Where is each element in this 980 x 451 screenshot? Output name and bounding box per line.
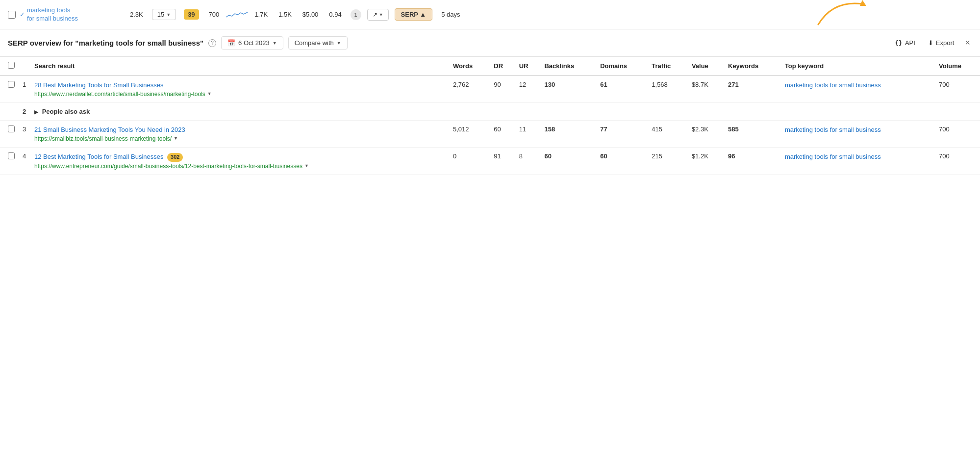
keywords-cell[interactable]: 585 — [724, 121, 781, 148]
col-traffic: Traffic — [648, 57, 688, 75]
result-num: 3 — [19, 121, 30, 148]
api-label: API — [905, 39, 915, 47]
position-box[interactable]: 15 ▼ — [152, 9, 176, 20]
row-select-checkbox[interactable] — [8, 11, 16, 19]
position-caret: ▼ — [166, 12, 171, 17]
volume-cell: 700 — [935, 148, 980, 175]
export-icon: ⬇ — [928, 39, 933, 47]
volume-cell: 700 — [935, 75, 980, 103]
domains-cell[interactable]: 77 — [596, 121, 648, 148]
traffic-cell: 1,568 — [648, 75, 688, 103]
dr-cell: 91 — [490, 148, 515, 175]
result-url[interactable]: https://www.entrepreneur.com/guide/small… — [34, 163, 302, 170]
serp-button-label: SERP ▲ — [401, 11, 427, 18]
paa-num: 2 — [19, 103, 30, 121]
badge: 302 — [167, 153, 183, 161]
url-expand-caret[interactable]: ▼ — [207, 91, 212, 96]
row-checkbox-cell[interactable] — [0, 75, 19, 103]
result-title-link[interactable]: 12 Best Marketing Tools for Small Busine… — [34, 152, 445, 161]
serp-overview-header: SERP overview for "marketing tools for s… — [0, 29, 980, 57]
close-button[interactable]: × — [963, 38, 972, 48]
row-checkbox[interactable] — [8, 152, 15, 159]
top-keyword-link[interactable]: marketing tools for small business — [785, 81, 931, 90]
backlinks-cell[interactable]: 60 — [540, 148, 596, 175]
col-num — [19, 57, 30, 75]
col-checkbox — [0, 57, 19, 75]
date-picker-button[interactable]: 📅 6 Oct 2023 ▼ — [221, 36, 283, 50]
url-expand-caret[interactable]: ▼ — [304, 163, 309, 168]
top-bar-stats: 2.3K 15 ▼ 39 700 1.7K 1.5K $5.00 0.94 1 … — [125, 8, 972, 21]
result-info: 12 Best Marketing Tools for Small Busine… — [30, 148, 449, 175]
traffic1-stat: 1.7K — [254, 11, 268, 18]
top-keyword-cell: marketing tools for small business — [781, 121, 935, 148]
top-keyword-link[interactable]: marketing tools for small business — [785, 125, 931, 134]
export-label: Export — [936, 39, 955, 47]
keyword-label: marketing tools for small business — [27, 6, 125, 23]
result-url[interactable]: https://www.nerdwallet.com/article/small… — [34, 91, 205, 98]
paa-expand-icon[interactable]: ▶ — [34, 109, 38, 115]
date-label: 6 Oct 2023 — [238, 39, 270, 47]
traffic2-stat: 1.5K — [278, 11, 292, 18]
keywords-cell[interactable]: 96 — [724, 148, 781, 175]
table-row: 1 28 Best Marketing Tools for Small Busi… — [0, 75, 980, 103]
table-row: 4 12 Best Marketing Tools for Small Busi… — [0, 148, 980, 175]
table-row: 3 21 Small Business Marketing Tools You … — [0, 121, 980, 148]
backlinks-cell[interactable]: 130 — [540, 75, 596, 103]
kd-volume-stat: 700 — [209, 11, 220, 18]
circle-badge: 1 — [351, 9, 361, 20]
compare-button[interactable]: Compare with ▼ — [288, 36, 348, 50]
words-cell: 5,012 — [449, 121, 490, 148]
serp-results-table: Search result Words DR UR Backlinks Doma… — [0, 57, 980, 175]
table-row: 2 ▶ People also ask — [0, 103, 980, 121]
ur-cell: 11 — [515, 121, 541, 148]
traffic-cell: 215 — [648, 148, 688, 175]
close-icon: × — [965, 38, 970, 48]
compare-caret: ▼ — [337, 41, 341, 46]
traffic-cell: 415 — [648, 121, 688, 148]
trend-up-icon: ↗ — [373, 11, 377, 18]
api-button[interactable]: {} API — [891, 37, 919, 49]
keywords-cell[interactable]: 271 — [724, 75, 781, 103]
row-checkbox[interactable] — [8, 125, 15, 132]
col-keywords: Keywords — [724, 57, 781, 75]
serp-overview-title: SERP overview for "marketing tools for s… — [8, 39, 203, 47]
result-url[interactable]: https://smallbiz.tools/small-business-ma… — [34, 135, 172, 142]
export-button[interactable]: ⬇ Export — [924, 37, 958, 49]
result-info: 28 Best Marketing Tools for Small Busine… — [30, 75, 449, 103]
select-all-checkbox[interactable] — [8, 62, 15, 69]
col-words: Words — [449, 57, 490, 75]
help-icon[interactable]: ? — [208, 39, 216, 47]
serp-title-prefix: SERP overview for — [8, 39, 73, 47]
col-volume: Volume — [935, 57, 980, 75]
result-title-link[interactable]: 28 Best Marketing Tools for Small Busine… — [34, 81, 445, 90]
top-keyword-cell: marketing tools for small business — [781, 148, 935, 175]
serp-title-keyword: "marketing tools for small business" — [75, 39, 203, 47]
cpc-stat: $5.00 — [302, 11, 319, 18]
api-braces-icon: {} — [895, 39, 903, 47]
value-cell: $1.2K — [688, 148, 724, 175]
backlinks-cell[interactable]: 158 — [540, 121, 596, 148]
dr-cell: 60 — [490, 121, 515, 148]
compare-label: Compare with — [295, 39, 334, 47]
domains-cell[interactable]: 61 — [596, 75, 648, 103]
serp-button[interactable]: SERP ▲ — [395, 8, 433, 21]
row-checkbox-cell[interactable] — [0, 148, 19, 175]
trend-button[interactable]: ↗ ▼ — [367, 9, 389, 21]
ur-cell: 8 — [515, 148, 541, 175]
paa-title: ▶ People also ask — [30, 103, 980, 121]
domains-cell[interactable]: 60 — [596, 148, 648, 175]
row-checkbox-cell[interactable] — [0, 121, 19, 148]
top-keyword-link[interactable]: marketing tools for small business — [785, 152, 931, 161]
top-bar: ✓ marketing tools for small business 2.3… — [0, 0, 980, 29]
col-backlinks: Backlinks — [540, 57, 596, 75]
table-header-row: Search result Words DR UR Backlinks Doma… — [0, 57, 980, 75]
url-expand-caret[interactable]: ▼ — [174, 136, 178, 141]
volume-cell: 700 — [935, 121, 980, 148]
svg-marker-0 — [860, 0, 866, 6]
calendar-icon: 📅 — [227, 39, 235, 47]
col-search-result: Search result — [30, 57, 449, 75]
result-title-link[interactable]: 21 Small Business Marketing Tools You Ne… — [34, 125, 445, 134]
row-checkbox[interactable] — [8, 81, 15, 88]
top-keyword-cell: marketing tools for small business — [781, 75, 935, 103]
trend-caret: ▼ — [379, 12, 383, 17]
